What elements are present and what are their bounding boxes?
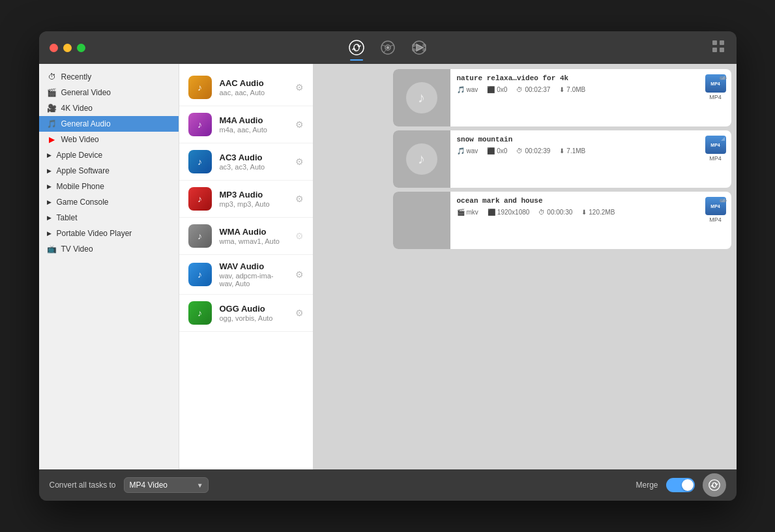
- aac-settings-icon[interactable]: ⚙: [295, 82, 304, 93]
- right-media-panel: nature relaxa…video for 4k 🎵 wav ⬛ 0x0 ⏱: [388, 64, 737, 469]
- format-item-wma[interactable]: ♪ WMA Audio wma, wmav1, Auto ⚙: [179, 218, 313, 255]
- toggle-thumb: [682, 479, 694, 491]
- wma-settings-icon[interactable]: ⚙: [295, 231, 304, 241]
- ogg-format-name: OGG Audio: [220, 304, 287, 314]
- m4a-settings-icon[interactable]: ⚙: [295, 119, 304, 130]
- title-bar: [39, 31, 737, 64]
- sidebar-label-portable-video: Portable Video Player: [57, 229, 132, 238]
- svg-rect-10: [423, 44, 426, 46]
- card-meta-right-3: 🎬 mkv ⬛ 1920x1080 ⏱ 00:00:30 ⬇: [457, 209, 708, 216]
- web-video-icon: ▶: [47, 135, 57, 144]
- m4a-format-detail: M4A Audio m4a, aac, Auto: [220, 115, 287, 134]
- minimize-button[interactable]: [63, 44, 72, 52]
- music-thumb-icon-1: [406, 82, 437, 113]
- close-button[interactable]: [50, 44, 58, 52]
- wav-settings-icon[interactable]: ⚙: [295, 269, 304, 280]
- card-size-right-1: ⬇ 7.0MB: [559, 86, 585, 93]
- portable-video-arrow: ▶: [47, 230, 51, 237]
- format-badge-label-1: MP4: [709, 94, 722, 100]
- media-card-right-2: snow mountain 🎵 wav ⬛ 0x0 ⏱ 00:02:39: [393, 130, 731, 188]
- tv-video-icon: 📺: [47, 244, 57, 254]
- wma-format-exts: wma, wmav1, Auto: [220, 237, 287, 245]
- merge-toggle[interactable]: [666, 478, 695, 492]
- title-icons: [346, 37, 430, 58]
- svg-rect-11: [423, 49, 426, 51]
- tablet-arrow: ▶: [47, 214, 51, 221]
- maximize-button[interactable]: [77, 44, 85, 52]
- sidebar-item-general-video[interactable]: 🎬 General Video: [39, 85, 179, 100]
- ogg-format-exts: ogg, vorbis, Auto: [220, 314, 287, 322]
- sidebar-item-apple-device[interactable]: ▶ Apple Device: [39, 147, 179, 163]
- mp3-settings-icon[interactable]: ⚙: [295, 194, 304, 204]
- aac-format-badge: ♪: [188, 76, 212, 99]
- bottom-bar: Convert all tasks to MP4 Video MOV Video…: [39, 469, 737, 501]
- format-item-ogg[interactable]: ♪ OGG Audio ogg, vorbis, Auto ⚙: [179, 295, 313, 332]
- wav-format-exts: wav, adpcm-ima-wav, Auto: [220, 272, 287, 288]
- sidebar-label-apple-device: Apple Device: [57, 151, 103, 160]
- wav-format-name: WAV Audio: [220, 261, 287, 271]
- edit-icon-right-3[interactable]: ✏: [720, 196, 727, 206]
- sidebar-item-4k-video[interactable]: 🎥 4K Video: [39, 100, 179, 116]
- m4a-format-exts: m4a, aac, Auto: [220, 126, 287, 134]
- mp3-format-badge: ♪: [188, 187, 212, 211]
- start-convert-button[interactable]: [703, 473, 726, 497]
- sidebar-item-tablet[interactable]: ▶ Tablet: [39, 210, 179, 226]
- thumb-right-2: [393, 130, 450, 188]
- svg-rect-8: [413, 44, 415, 46]
- svg-line-6: [384, 50, 387, 52]
- format-item-ac3[interactable]: ♪ AC3 Audio ac3, ac3, Auto ⚙: [179, 143, 313, 181]
- general-video-icon: 🎬: [47, 88, 57, 97]
- ac3-format-detail: AC3 Audio ac3, ac3, Auto: [220, 153, 287, 171]
- 4k-video-icon: 🎥: [47, 104, 57, 113]
- sidebar-item-apple-software[interactable]: ▶ Apple Software: [39, 163, 179, 179]
- card-meta-right-1: 🎵 wav ⬛ 0x0 ⏱ 00:02:37 ⬇: [457, 86, 708, 93]
- ogg-format-badge: ♪: [188, 301, 212, 325]
- convert-tab-icon[interactable]: [346, 37, 367, 58]
- format-icon: 🎵: [457, 86, 465, 93]
- svg-rect-15: [720, 48, 724, 52]
- sidebar-item-tv-video[interactable]: 📺 TV Video: [39, 241, 179, 257]
- general-audio-icon: 🎵: [47, 119, 57, 128]
- bottom-right-controls: Merge: [636, 473, 725, 497]
- merge-label: Merge: [636, 480, 658, 490]
- ogg-format-detail: OGG Audio ogg, vorbis, Auto: [220, 304, 287, 322]
- format-item-mp3[interactable]: ♪ MP3 Audio mp3, mp3, Auto ⚙: [179, 181, 313, 218]
- sidebar-item-game-console[interactable]: ▶ Game Console: [39, 194, 179, 210]
- card-duration-right-1: ⏱ 00:02:37: [516, 86, 550, 93]
- card-res-right-1: ⬛ 0x0: [487, 86, 507, 93]
- m4a-format-badge: ♪: [188, 113, 212, 136]
- sidebar-item-mobile-phone[interactable]: ▶ Mobile Phone: [39, 179, 179, 194]
- ogg-settings-icon[interactable]: ⚙: [295, 308, 304, 318]
- thumb-right-1: [393, 69, 450, 126]
- format-select[interactable]: MP4 Video MOV Video AVI Video MKV Video: [124, 477, 209, 493]
- grid-view-icon[interactable]: [710, 38, 726, 57]
- svg-line-4: [382, 45, 386, 46]
- format-item-m4a[interactable]: ♪ M4A Audio m4a, aac, Auto ⚙: [179, 106, 313, 143]
- media-card-right-3: ocean mark and house 🎬 mkv ⬛ 1920x1080 ⏱: [393, 192, 731, 249]
- svg-rect-14: [712, 48, 717, 52]
- svg-rect-12: [712, 40, 717, 45]
- ac3-format-name: AC3 Audio: [220, 153, 287, 162]
- aac-format-name: AAC Audio: [220, 78, 287, 88]
- svg-rect-9: [413, 49, 415, 51]
- aac-format-exts: aac, aac, Auto: [220, 89, 287, 96]
- sidebar-item-portable-video[interactable]: ▶ Portable Video Player: [39, 226, 179, 241]
- disc-tab-icon[interactable]: [377, 37, 398, 58]
- sidebar-item-web-video[interactable]: ▶ Web Video: [39, 132, 179, 147]
- format-item-aac[interactable]: ♪ AAC Audio aac, aac, Auto ⚙: [179, 69, 313, 106]
- resolution-icon: ⬛: [487, 86, 495, 93]
- sidebar-label-mobile-phone: Mobile Phone: [57, 182, 104, 191]
- sidebar-item-recently[interactable]: ⏱ Recently: [39, 69, 179, 85]
- svg-point-16: [709, 480, 719, 490]
- svg-point-3: [387, 47, 388, 49]
- ac3-settings-icon[interactable]: ⚙: [295, 156, 304, 167]
- sidebar-item-general-audio[interactable]: 🎵 General Audio: [39, 116, 179, 132]
- wma-format-detail: WMA Audio wma, wmav1, Auto: [220, 227, 287, 245]
- format-item-wav[interactable]: ♪ WAV Audio wav, adpcm-ima-wav, Auto ⚙: [179, 255, 313, 295]
- svg-line-5: [390, 45, 394, 46]
- mp3-format-exts: mp3, mp3, Auto: [220, 200, 287, 208]
- edit-icon-right-1[interactable]: ✏: [720, 73, 727, 83]
- wma-format-name: WMA Audio: [220, 227, 287, 237]
- film-tab-icon[interactable]: [409, 37, 430, 58]
- card-title-right-3: ocean mark and house: [457, 197, 708, 205]
